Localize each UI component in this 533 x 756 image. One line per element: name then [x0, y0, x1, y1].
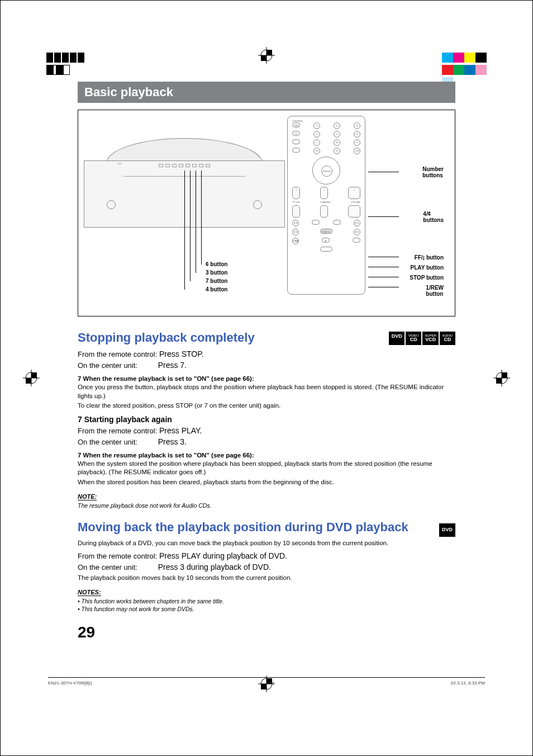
remote-btn-9: 9: [354, 139, 360, 146]
callout-skip-fwd: ¢ button: [206, 261, 227, 267]
remote-btn-0: 0: [334, 148, 340, 154]
remote-btn-1: 1: [313, 122, 320, 129]
instruction-unit-2: On the center unit: Press 3.: [78, 437, 455, 446]
note-body: The resume playback dose not work for Au…: [78, 502, 455, 509]
remote-illustration: CONTROL VCR 1 2 3 TV 4 5 6: [287, 116, 365, 295]
callout-number-buttons: Number buttons: [422, 166, 444, 178]
resume-on-note-title: 7 When the resume playback is set to "ON…: [78, 375, 455, 382]
registration-mark-icon: [493, 370, 510, 386]
remote-label: VOLUME: [351, 201, 360, 204]
callout-rew-button: 1/REW button: [426, 285, 444, 297]
svg-rect-4: [261, 55, 266, 61]
resume-on-note-body: Once you press the button, playback stop…: [78, 383, 455, 400]
remote-label: TV VOL: [292, 201, 300, 204]
remote-volume: ＋: [348, 187, 360, 199]
badge-audio-cd: AUDIOCD: [440, 332, 455, 345]
registration-mark-icon: [258, 47, 275, 64]
remote-btn-setting: [292, 148, 300, 153]
moving-intro: During playback of a DVD, you can move b…: [78, 539, 455, 548]
title-bar: Basic playback: [78, 82, 455, 103]
notes-label: NOTES:: [78, 589, 101, 596]
remote-rew-icon: ◄◄: [292, 229, 299, 235]
remote-btn-tv: TV: [292, 131, 300, 136]
crop-bar-right: [442, 53, 487, 63]
instruction-unit: On the center unit: Press 7.: [78, 361, 455, 370]
resume-on-note2-body2: When the stored position has been cleare…: [78, 478, 455, 487]
note-1: This function works between chapters in …: [78, 598, 455, 604]
remote-btn-4: 4: [313, 131, 320, 138]
instruction-remote-2: From the remote control: Press PLAY.: [78, 426, 455, 435]
resume-on-note-body2: To clear the stored position, press STOP…: [78, 401, 455, 410]
resume-on-note2-title: 7 When the resume playback is set to "ON…: [78, 452, 455, 459]
remote-skip-back-icon: ◄◄: [292, 220, 299, 226]
remote-btn-2: 2: [334, 122, 340, 129]
remote-channel-down: －: [320, 205, 328, 218]
remote-nav-wheel: ENTER: [312, 157, 340, 185]
instruction-remote: From the remote control: Press STOP.: [78, 349, 455, 358]
manual-page: Basic playback A.V.: [0, 0, 533, 756]
callout-skip-back: 4 button: [206, 286, 227, 292]
page-number: 29: [78, 623, 455, 641]
remote-enter: ENTER: [321, 166, 332, 177]
remote-dimmer: [320, 247, 332, 252]
remote-btn-plus10: +10: [354, 148, 360, 154]
note-2: This function may not work for some DVDs…: [78, 606, 455, 612]
section-stopping-playback: Stopping playback completely DVD VIDEOCD…: [78, 330, 455, 509]
media-badges: DVD: [439, 523, 455, 536]
remote-btn-3: 3: [354, 122, 360, 129]
crop-bar-left: [46, 53, 91, 63]
moving-body: The playback position moves back by 10 s…: [78, 574, 455, 583]
section-moving-back: Moving back the playback position during…: [78, 520, 455, 612]
remote-strobe: [353, 238, 360, 243]
footer: EN21-30TH-V70R[B]1 29 02.3.12, 6:33 PM: [48, 677, 485, 686]
callout-ff-button: FF/¡ button: [415, 254, 444, 261]
badge-dvd: DVD: [389, 332, 404, 345]
remote-btn-6: 6: [354, 131, 360, 138]
registration-mark-icon: [23, 370, 40, 386]
remote-tv-vol-down: －: [292, 205, 300, 218]
remote-btn-8: 8: [334, 139, 340, 146]
starting-again-heading: 7 Starting playback again: [78, 415, 455, 424]
svg-rect-13: [31, 372, 37, 378]
svg-rect-3: [266, 50, 272, 55]
remote-volume-down: －: [348, 205, 360, 218]
remote-stop-icon: ■: [322, 238, 330, 243]
remote-btn-10: 10: [313, 148, 320, 154]
footer-right: 02.3.12, 6:33 PM: [451, 681, 485, 686]
badge-super-vcd: SUPERVCD: [422, 332, 439, 345]
remote-tv-vol: ＋: [292, 187, 300, 199]
callout-stop-button: STOP button: [410, 275, 444, 281]
resume-on-note2-body: When the system stored the position wher…: [78, 460, 455, 477]
remote-btn-sleep: [292, 139, 300, 144]
remote-skip-fwd-icon: ►►: [354, 220, 360, 226]
footer-center: 29: [269, 681, 274, 686]
badge-dvd: DVD: [439, 523, 455, 536]
svg-rect-19: [496, 378, 502, 384]
remote-label: CHANNEL: [320, 201, 331, 204]
remote-muting: [333, 220, 341, 225]
remote-play-icon: PLAY ►: [320, 229, 332, 234]
remote-tvvideo: [312, 220, 320, 225]
section-heading: Moving back the playback position during…: [78, 520, 455, 535]
panel-label: A.V.: [118, 162, 122, 165]
footer-left: EN21-30TH-V70R[B]1: [48, 681, 92, 686]
badge-video-cd: VIDEOCD: [406, 332, 421, 345]
svg-rect-14: [26, 378, 31, 384]
callout-skip-buttons: 4/¢ buttons: [423, 211, 444, 223]
remote-rec-icon: ●/❚❚: [292, 238, 299, 244]
device-diagram: A.V. ¢ butto: [78, 110, 455, 316]
note-label: NOTE:: [78, 493, 97, 500]
callout-stop: 7 button: [206, 278, 227, 284]
remote-ff-icon: ►►: [354, 229, 360, 235]
instruction-unit: On the center unit: Press 3 during playb…: [78, 563, 455, 571]
remote-btn-vcr: VCR: [292, 122, 300, 127]
svg-rect-18: [502, 372, 507, 378]
media-badges: DVD VIDEOCD SUPERVCD AUDIOCD: [389, 332, 455, 345]
callout-play-button: PLAY button: [411, 264, 444, 271]
page-content: Basic playback A.V.: [78, 82, 455, 700]
callout-play: 3 button: [206, 270, 227, 276]
remote-channel: ＋: [320, 187, 328, 199]
center-unit-illustration: A.V. ¢ butto: [84, 138, 285, 284]
remote-btn-7: 7: [313, 139, 320, 146]
remote-btn-5: 5: [334, 131, 340, 138]
